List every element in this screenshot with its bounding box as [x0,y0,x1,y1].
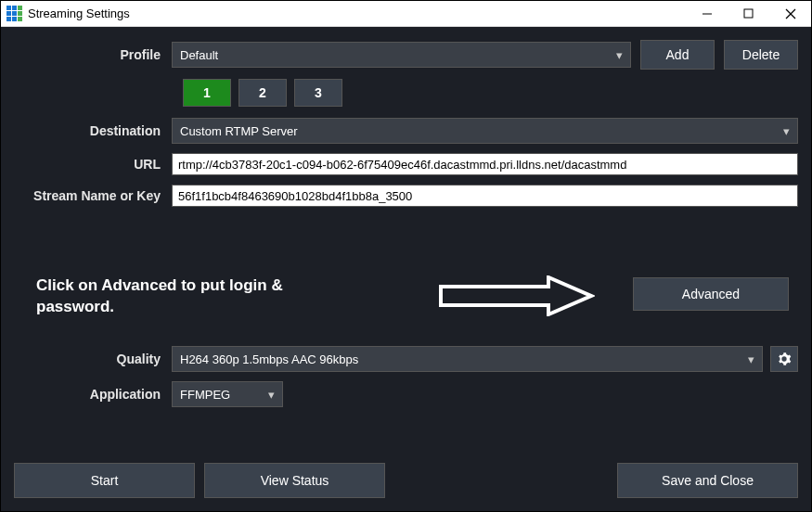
application-select[interactable]: FFMPEG ▾ [172,381,283,407]
view-status-button[interactable]: View Status [204,463,385,498]
svg-rect-1 [744,9,753,18]
destination-label: Destination [14,123,172,138]
application-row: Application FFMPEG ▾ [14,381,798,407]
minimize-icon [702,8,713,19]
titlebar: Streaming Settings [1,1,811,27]
arrow-icon [437,275,595,316]
gear-icon [777,352,792,366]
destination-selected: Custom RTMP Server [180,124,298,138]
minimize-button[interactable] [686,1,728,26]
stream-key-input[interactable]: 56f1f1bcb4f8463690b1028bd4f1bb8a_3500 [172,185,798,207]
url-input[interactable]: rtmp://4cb3783f-20c1-c094-b062-6f75409ec… [172,153,798,175]
footer: Start View Status Save and Close [14,463,798,498]
add-button[interactable]: Add [640,40,715,70]
window-title: Streaming Settings [28,6,686,20]
quality-selected: H264 360p 1.5mbps AAC 96kbps [180,352,358,366]
window-controls [686,1,811,26]
url-label: URL [14,157,172,172]
profile-label: Profile [14,47,172,62]
tab-3[interactable]: 3 [294,79,342,107]
profile-row: Profile Default ▾ Add Delete [14,40,798,70]
quality-label: Quality [14,352,172,366]
stream-key-label: Stream Name or Key [14,188,172,203]
destination-select[interactable]: Custom RTMP Server ▾ [172,118,798,144]
annotation-text: Click on Advanced to put login & passwor… [36,275,333,318]
quality-settings-button[interactable] [770,346,798,372]
chevron-down-icon: ▾ [748,352,754,366]
destination-row: Destination Custom RTMP Server ▾ [14,118,798,144]
chevron-down-icon: ▾ [268,388,275,402]
tab-2[interactable]: 2 [238,79,287,107]
quality-select[interactable]: H264 360p 1.5mbps AAC 96kbps ▾ [172,346,763,372]
save-and-close-button[interactable]: Save and Close [617,463,798,498]
maximize-icon [743,8,754,19]
chevron-down-icon: ▾ [616,48,623,62]
footer-spacer [394,463,608,498]
chevron-down-icon: ▾ [783,124,790,138]
close-icon [785,8,796,19]
content-area: Profile Default ▾ Add Delete 1 2 3 Desti… [1,27,811,511]
maximize-button[interactable] [728,1,769,26]
tab-1[interactable]: 1 [183,79,231,107]
url-row: URL rtmp://4cb3783f-20c1-c094-b062-6f754… [14,153,798,175]
window: Streaming Settings Profile Default ▾ Add… [0,0,812,512]
tab-row: 1 2 3 [183,79,798,107]
delete-button[interactable]: Delete [724,40,798,70]
app-icon [6,6,22,21]
quality-row: Quality H264 360p 1.5mbps AAC 96kbps ▾ [14,346,798,372]
application-selected: FFMPEG [180,388,230,402]
close-button[interactable] [769,1,811,26]
stream-key-row: Stream Name or Key 56f1f1bcb4f8463690b10… [14,185,798,207]
advanced-button[interactable]: Advanced [633,277,789,311]
start-button[interactable]: Start [14,463,195,498]
profile-selected: Default [180,48,218,62]
application-label: Application [14,387,172,402]
profile-select[interactable]: Default ▾ [172,42,631,68]
